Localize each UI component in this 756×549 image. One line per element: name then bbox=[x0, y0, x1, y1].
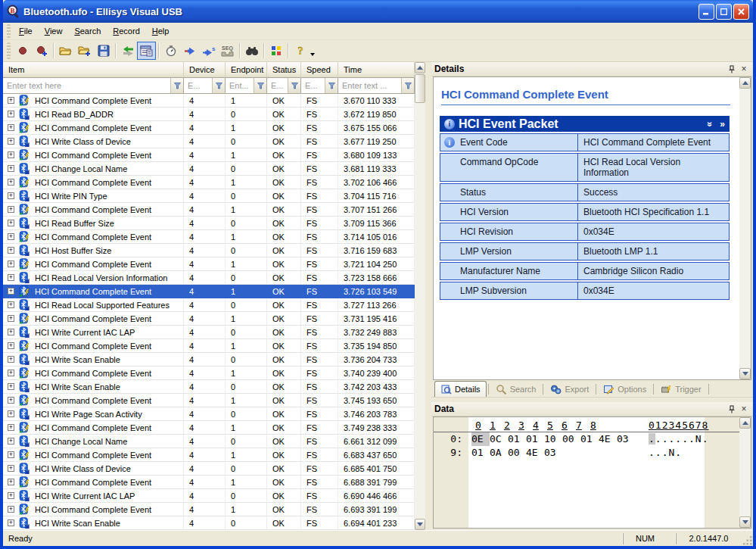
filter-funnel-icon[interactable] bbox=[401, 78, 414, 93]
packet-field-row[interactable]: iManufacturer Name Cambridge Silicon Rad… bbox=[440, 262, 730, 280]
table-row[interactable]: + HCI Command Complete Event 4 1 OK bbox=[3, 230, 415, 244]
expand-icon[interactable]: + bbox=[8, 465, 14, 472]
expand-icon[interactable]: + bbox=[8, 329, 14, 335]
column-header-speed[interactable]: Speed bbox=[301, 62, 338, 78]
tab-trigger[interactable]: Trigger bbox=[655, 381, 706, 397]
scroll-track[interactable] bbox=[415, 103, 425, 519]
expand-icon[interactable]: + bbox=[8, 124, 14, 131]
hex-ascii[interactable]: .......N. bbox=[638, 432, 708, 446]
expand-icon[interactable]: + bbox=[8, 220, 14, 226]
table-row[interactable]: + HCI Command Complete Event 4 1 OK bbox=[3, 476, 415, 489]
table-row[interactable]: + HCI Command Complete Event 4 1 OK bbox=[3, 285, 415, 298]
scroll-down-icon[interactable] bbox=[739, 368, 751, 379]
expand-icon[interactable]: + bbox=[8, 288, 14, 295]
packet-field-row[interactable]: iHCI Revision 0x034E bbox=[440, 223, 730, 241]
expand-icon[interactable]: + bbox=[8, 315, 14, 322]
expand-icon[interactable]: + bbox=[8, 247, 14, 254]
open-button[interactable] bbox=[56, 42, 75, 60]
table-row[interactable]: + HCI Write Scan Enable 4 0 OK F bbox=[3, 380, 415, 394]
toolbar-options-caret[interactable] bbox=[310, 53, 315, 56]
table-row[interactable]: + HCI Command Complete Event 4 1 OK bbox=[3, 421, 415, 435]
table-row[interactable]: + HCI Read Buffer Size 4 0 OK FS bbox=[3, 217, 415, 230]
table-row[interactable]: + HCI Write Scan Enable 4 0 OK F bbox=[3, 353, 415, 367]
column-header-endpoint[interactable]: Endpoint bbox=[226, 62, 267, 78]
find-button[interactable] bbox=[242, 42, 261, 60]
goto-next-button[interactable] bbox=[180, 42, 199, 60]
table-row[interactable]: + HCI Write Current IAC LAP 4 0 OK bbox=[3, 326, 415, 339]
filter-input[interactable]: Ent... bbox=[226, 78, 254, 93]
table-row[interactable]: + HCI Command Complete Event 4 1 OK bbox=[3, 148, 415, 162]
sequencer-button[interactable]: SEQ bbox=[218, 42, 237, 60]
filter-input[interactable]: Enter text ... bbox=[338, 78, 401, 93]
table-row[interactable]: + HCI Command Complete Event 4 1 OK bbox=[3, 121, 415, 135]
expand-icon[interactable]: + bbox=[8, 165, 14, 172]
table-row[interactable]: + HCI Command Complete Event 4 1 OK bbox=[3, 367, 415, 380]
column-header-status[interactable]: Status bbox=[267, 62, 301, 78]
goto-sequence-button[interactable]: s bbox=[199, 42, 218, 60]
column-header-time[interactable]: Time bbox=[338, 62, 415, 78]
scroll-up-icon[interactable] bbox=[739, 77, 751, 89]
menubar-grip[interactable] bbox=[7, 24, 11, 38]
expand-icon[interactable]: + bbox=[8, 138, 14, 145]
expand-icon[interactable]: + bbox=[8, 424, 14, 431]
tab-details[interactable]: Details bbox=[434, 381, 487, 397]
hex-bytes[interactable]: 012345678 bbox=[468, 419, 638, 432]
expand-icon[interactable]: + bbox=[8, 383, 14, 390]
details-view-button[interactable] bbox=[137, 42, 156, 60]
table-row[interactable]: + HCI Write Class of Device 4 0 OK bbox=[3, 462, 415, 476]
record-button[interactable] bbox=[13, 42, 32, 60]
legend-button[interactable] bbox=[266, 42, 285, 60]
help-button[interactable]: ? bbox=[291, 42, 310, 60]
navigate-arrows-button[interactable] bbox=[118, 42, 137, 60]
menu-item-file[interactable]: File bbox=[13, 24, 39, 38]
packet-field-row[interactable]: iLMP Subversion 0x034E bbox=[440, 282, 730, 300]
column-header-item[interactable]: Item bbox=[3, 62, 184, 78]
packet-header[interactable]: i HCI Event Packet » » bbox=[440, 116, 730, 132]
expand-icon[interactable]: + bbox=[8, 356, 14, 363]
table-row[interactable]: + HCI Write PIN Type 4 0 OK FS bbox=[3, 189, 415, 203]
expand-icon[interactable]: + bbox=[8, 233, 14, 240]
title-bar[interactable]: B Bluetooth.ufo - Ellisys Visual USB bbox=[3, 0, 753, 23]
expand-icon[interactable]: + bbox=[8, 397, 14, 404]
data-scrollbar[interactable] bbox=[739, 417, 751, 528]
packet-field-row[interactable]: iLMP Version Bluetooth LMP 1.1 bbox=[440, 242, 730, 260]
expand-icon[interactable]: + bbox=[8, 519, 14, 526]
packet-field-row[interactable]: iHCI Version Bluetooth HCI Specification… bbox=[440, 203, 730, 221]
table-row[interactable]: + HCI Host Buffer Size 4 0 OK FS bbox=[3, 244, 415, 257]
details-scrollbar[interactable] bbox=[739, 77, 751, 379]
filter-funnel-icon[interactable] bbox=[325, 78, 338, 93]
filter-funnel-icon[interactable] bbox=[212, 78, 225, 93]
chevron-double-right-icon[interactable]: » bbox=[720, 119, 725, 129]
menu-item-search[interactable]: Search bbox=[68, 24, 107, 38]
maximize-button[interactable] bbox=[716, 4, 732, 20]
hex-ascii[interactable]: ...N. bbox=[638, 446, 682, 460]
timing-button[interactable] bbox=[161, 42, 180, 60]
filter-input[interactable]: E... bbox=[184, 78, 212, 93]
scroll-down-icon[interactable] bbox=[415, 519, 425, 530]
menu-item-record[interactable]: Record bbox=[107, 24, 145, 38]
data-close-icon[interactable]: × bbox=[738, 404, 750, 415]
table-row[interactable]: + HCI Change Local Name 4 0 OK F bbox=[3, 435, 415, 448]
table-row[interactable]: + HCI Command Complete Event 4 1 OK bbox=[3, 394, 415, 407]
scroll-down-icon[interactable] bbox=[739, 516, 751, 528]
scroll-thumb[interactable] bbox=[415, 74, 425, 103]
tab-options[interactable]: Options bbox=[598, 381, 652, 397]
menu-item-help[interactable]: Help bbox=[146, 24, 176, 38]
expand-icon[interactable]: + bbox=[8, 97, 14, 104]
table-row[interactable]: + HCI Write Class of Device 4 0 OK bbox=[3, 135, 415, 148]
table-row[interactable]: + HCI Read BD_ADDR 4 0 OK FS bbox=[3, 108, 415, 121]
pin-icon[interactable] bbox=[726, 64, 738, 75]
filter-input[interactable]: Enter text here bbox=[3, 78, 170, 93]
pin-icon[interactable] bbox=[726, 404, 738, 415]
table-row[interactable]: + HCI Command Complete Event 4 1 OK bbox=[3, 176, 415, 189]
hex-bytes[interactable]: 0E0C01011000014E03 bbox=[468, 432, 638, 446]
tab-search[interactable]: Search bbox=[490, 381, 542, 397]
filter-funnel-icon[interactable] bbox=[254, 78, 266, 93]
expand-icon[interactable]: + bbox=[8, 370, 14, 376]
expand-icon[interactable]: + bbox=[8, 111, 14, 117]
record-new-button[interactable] bbox=[32, 42, 51, 60]
hex-view[interactable]: 012345678 012345678 0: 0E0C01011000014E0… bbox=[434, 417, 739, 528]
menu-item-view[interactable]: View bbox=[39, 24, 69, 38]
table-row[interactable]: + HCI Command Complete Event 4 1 OK bbox=[3, 339, 415, 353]
expand-icon[interactable]: + bbox=[8, 179, 14, 186]
